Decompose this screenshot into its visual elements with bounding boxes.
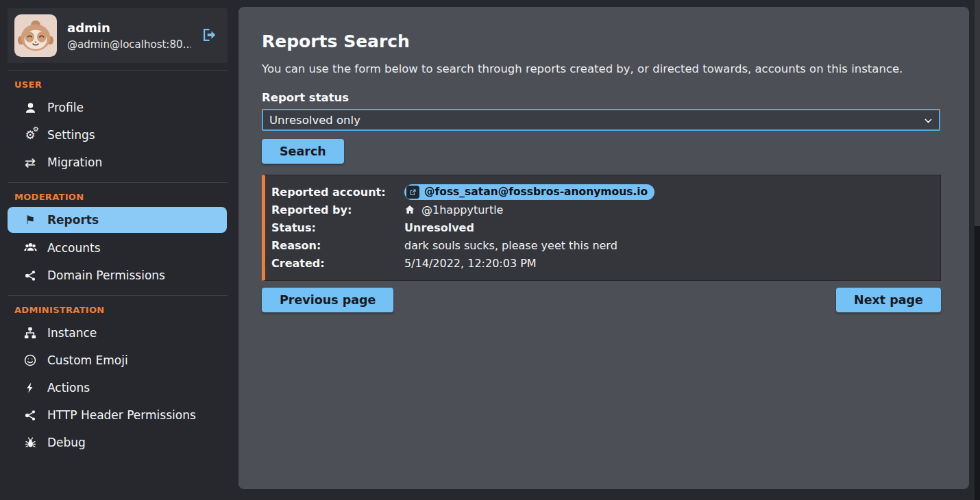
flag-icon: ⚑	[22, 214, 38, 226]
sidebar-section-user: USER Profile ⚙⚙ Settings ⇄ Migration	[0, 79, 236, 175]
user-icon	[22, 101, 38, 114]
sidebar-item-migration[interactable]: ⇄ Migration	[8, 149, 227, 175]
sidebar-item-label: Custom Emoji	[47, 353, 128, 367]
reporter-handle: @1happyturtle	[421, 203, 503, 216]
report-created-timestamp: 5/14/2022, 12:20:03 PM	[404, 257, 537, 270]
scrollbar-thumb[interactable]	[975, 0, 980, 226]
report-row-reported-by: Reported by: @1happyturtle	[271, 201, 932, 218]
report-card[interactable]: Reported account: @foss_satan@fossbros-a…	[262, 175, 941, 281]
user-card[interactable]: admin @admin@localhost:80…	[8, 8, 228, 63]
external-link-icon	[406, 186, 419, 199]
report-row-value: @foss_satan@fossbros-anonymous.io	[404, 184, 654, 200]
reported-account-link[interactable]: @foss_satan@fossbros-anonymous.io	[404, 184, 654, 200]
sidebar-item-actions[interactable]: Actions	[8, 375, 227, 401]
report-status-select-wrap: Unresolved only	[262, 109, 940, 131]
gears-icon: ⚙⚙	[22, 129, 38, 141]
username: admin	[67, 21, 191, 35]
sidebar-item-profile[interactable]: Profile	[8, 95, 227, 121]
search-button[interactable]: Search	[262, 139, 344, 164]
main-panel: Reports Search You can use the form belo…	[238, 7, 969, 489]
report-status-select[interactable]: Unresolved only	[262, 109, 940, 131]
section-heading-moderation: MODERATION	[14, 192, 236, 202]
section-heading-user: USER	[14, 79, 236, 90]
bug-icon	[22, 436, 38, 449]
share-nodes-icon	[22, 269, 38, 282]
sidebar-item-label: Migration	[47, 155, 102, 169]
search-row: Search	[262, 139, 940, 164]
previous-page-button[interactable]: Previous page	[262, 288, 393, 312]
report-row-label: Reason:	[271, 239, 404, 252]
home-icon	[404, 204, 415, 215]
next-page-button[interactable]: Next page	[836, 288, 941, 312]
divider	[8, 182, 228, 183]
report-row-label: Status:	[271, 221, 404, 234]
sidebar-item-label: Debug	[47, 436, 86, 449]
page-title: Reports Search	[262, 32, 940, 51]
arrows-left-right-icon: ⇄	[22, 156, 38, 169]
avatar	[14, 14, 57, 57]
sidebar: admin @admin@localhost:80… USER Profile …	[0, 0, 236, 500]
sidebar-item-settings[interactable]: ⚙⚙ Settings	[8, 122, 227, 148]
bolt-icon	[22, 382, 38, 394]
pagination: Previous page Next page	[262, 288, 941, 312]
report-row-created: Created: 5/14/2022, 12:20:03 PM	[271, 254, 932, 272]
logout-button[interactable]	[201, 27, 221, 45]
sidebar-item-label: Settings	[47, 128, 95, 142]
sidebar-item-instance[interactable]: Instance	[8, 320, 227, 346]
sidebar-item-label: Domain Permissions	[47, 268, 165, 282]
sign-out-icon	[201, 35, 218, 45]
reported-account-handle: @foss_satan@fossbros-anonymous.io	[424, 186, 648, 198]
report-row-reported-account: Reported account: @foss_satan@fossbros-a…	[271, 183, 932, 201]
sidebar-item-debug[interactable]: Debug	[8, 429, 227, 455]
report-row-status: Status: Unresolved	[271, 218, 932, 236]
scrollbar[interactable]	[975, 0, 980, 500]
sidebar-item-label: Profile	[47, 101, 84, 114]
sidebar-item-http-header-permissions[interactable]: HTTP Header Permissions	[8, 402, 227, 428]
smile-icon	[22, 353, 38, 367]
user-handle: @admin@localhost:80…	[67, 38, 191, 51]
divider	[8, 70, 228, 71]
user-meta: admin @admin@localhost:80…	[67, 21, 191, 51]
report-row-label: Reported account:	[271, 186, 404, 199]
sidebar-item-custom-emoji[interactable]: Custom Emoji	[8, 347, 227, 373]
report-reason-text: dark souls sucks, please yeet this nerd	[404, 239, 617, 252]
sidebar-section-moderation: MODERATION ⚑ Reports Accounts Do	[0, 192, 236, 288]
report-row-reason: Reason: dark souls sucks, please yeet th…	[271, 236, 932, 254]
sitemap-icon	[22, 326, 38, 340]
sidebar-item-reports[interactable]: ⚑ Reports	[8, 207, 227, 233]
section-heading-administration: ADMINISTRATION	[14, 305, 236, 315]
report-status-label: Report status	[262, 91, 940, 104]
sidebar-item-accounts[interactable]: Accounts	[8, 234, 227, 261]
sidebar-item-label: Reports	[47, 213, 99, 227]
divider	[8, 295, 228, 296]
report-row-value: @1happyturtle	[404, 203, 503, 216]
sloth-avatar-image	[14, 14, 57, 57]
sidebar-item-label: Accounts	[47, 241, 101, 255]
status-badge: Unresolved	[404, 221, 474, 234]
report-row-label: Created:	[271, 257, 404, 270]
share-nodes-icon	[22, 409, 38, 422]
report-row-label: Reported by:	[271, 203, 404, 216]
sidebar-item-label: Instance	[47, 326, 97, 340]
sidebar-item-label: Actions	[47, 381, 90, 395]
page-description: You can use the form below to search thr…	[262, 62, 940, 75]
sidebar-section-administration: ADMINISTRATION Instance	[0, 305, 236, 455]
users-icon	[22, 240, 38, 255]
sidebar-item-domain-permissions[interactable]: Domain Permissions	[8, 262, 227, 288]
sidebar-item-label: HTTP Header Permissions	[47, 408, 196, 422]
